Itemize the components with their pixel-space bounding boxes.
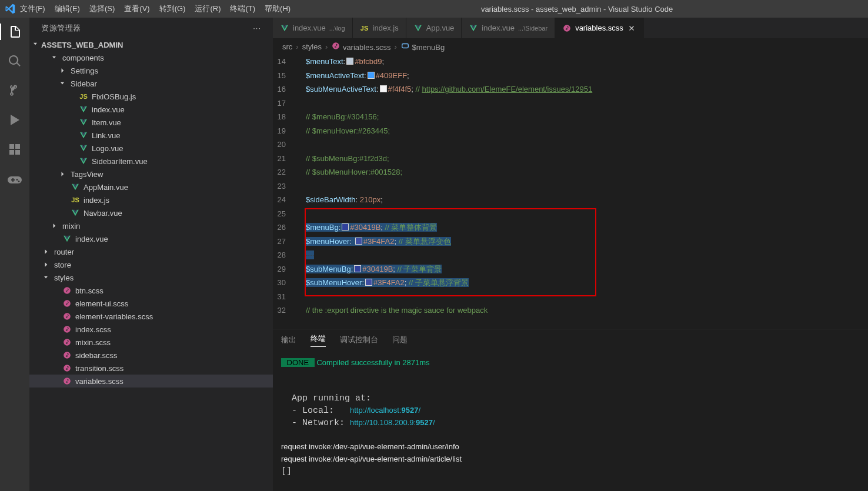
source-control-icon[interactable] xyxy=(0,82,29,99)
tree-file[interactable]: sidebar.scss xyxy=(29,349,273,362)
chevron-down-icon xyxy=(32,41,39,49)
tree-file[interactable]: element-ui.scss xyxy=(29,297,273,310)
editor-tab[interactable]: index.vue...\log xyxy=(273,18,353,38)
menu-item[interactable]: 转到(G) xyxy=(159,4,186,14)
tree-item-label: sidebar.scss xyxy=(75,351,118,360)
panel-tab[interactable]: 输出 xyxy=(281,335,296,345)
chevron-icon xyxy=(49,221,59,231)
file-tree: componentsSettingsSidebarJSFixiOSBug.jsi… xyxy=(29,51,273,491)
tree-item-label: styles xyxy=(54,273,74,282)
breadcrumb-item[interactable]: variables.scss xyxy=(331,41,390,52)
tree-file[interactable]: index.scss xyxy=(29,323,273,336)
menu-item[interactable]: 文件(F) xyxy=(20,4,45,14)
tree-file[interactable]: JSindex.js xyxy=(29,193,273,206)
editor-tab[interactable]: variables.scss xyxy=(555,18,644,38)
chevron-icon xyxy=(41,260,51,269)
tree-folder[interactable]: mixin xyxy=(29,219,273,232)
code-editor[interactable]: 14151617181920212223242526272829303132 $… xyxy=(273,55,868,329)
tree-file[interactable]: mixin.scss xyxy=(29,336,273,349)
tree-item-label: AppMain.vue xyxy=(84,183,128,192)
close-icon[interactable] xyxy=(627,24,636,33)
breadcrumb-item[interactable]: src xyxy=(282,42,292,51)
chevron-icon xyxy=(58,66,67,75)
sidebar-title: 资源管理器 ··· xyxy=(29,18,273,38)
tree-file[interactable]: element-variables.scss xyxy=(29,310,273,323)
tab-label: App.vue xyxy=(426,24,455,32)
panel-tab[interactable]: 问题 xyxy=(392,335,408,345)
tree-file[interactable]: Navbar.vue xyxy=(29,206,273,219)
tree-item-label: index.js xyxy=(84,196,109,205)
chevron-icon xyxy=(58,79,67,88)
breadcrumb-item[interactable]: $menuBg xyxy=(400,41,445,52)
tree-file[interactable]: index.vue xyxy=(29,103,273,116)
tree-item-label: transition.scss xyxy=(75,364,123,373)
tree-file[interactable]: btn.scss xyxy=(29,284,273,297)
menu-item[interactable]: 查看(V) xyxy=(124,4,149,14)
tree-file[interactable]: Item.vue xyxy=(29,116,273,129)
breadcrumb[interactable]: src›styles› variables.scss› $menuBg xyxy=(273,38,868,55)
tree-item-label: Settings xyxy=(71,66,98,75)
menu-item[interactable]: 帮助(H) xyxy=(265,4,291,14)
tree-item-label: mixin.scss xyxy=(75,338,111,347)
editor-tab[interactable]: JSindex.js xyxy=(353,18,406,38)
tree-item-label: Logo.vue xyxy=(92,144,123,153)
chevron-icon xyxy=(58,169,67,179)
tree-item-label: element-ui.scss xyxy=(75,299,128,308)
editor-tab[interactable]: index.vue...\Sidebar xyxy=(462,18,555,38)
search-icon[interactable] xyxy=(0,53,29,69)
editor-tab[interactable]: App.vue xyxy=(406,18,462,38)
run-debug-icon[interactable] xyxy=(0,112,29,128)
tree-file[interactable]: variables.scss xyxy=(29,375,273,388)
tree-folder[interactable]: components xyxy=(29,51,273,64)
extensions-icon[interactable] xyxy=(0,141,29,158)
explorer-sidebar: 资源管理器 ··· ASSETS_WEB_ADMIN componentsSet… xyxy=(29,18,273,491)
tree-item-label: TagsView xyxy=(71,170,103,179)
tree-folder[interactable]: store xyxy=(29,258,273,271)
tree-folder[interactable]: Settings xyxy=(29,64,273,77)
tree-folder[interactable]: TagsView xyxy=(29,168,273,181)
menu-item[interactable]: 运行(R) xyxy=(195,4,221,14)
tree-file[interactable]: JSFixiOSBug.js xyxy=(29,90,273,103)
svg-rect-0 xyxy=(402,44,409,48)
tree-item-label: element-variables.scss xyxy=(75,312,153,321)
tree-folder[interactable]: styles xyxy=(29,271,273,284)
terminal-output[interactable]: DONE Compiled successfully in 2871ms App… xyxy=(273,350,868,491)
titlebar: 文件(F)编辑(E)选择(S)查看(V)转到(G)运行(R)终端(T)帮助(H)… xyxy=(0,0,868,18)
menu-item[interactable]: 选择(S) xyxy=(89,4,115,14)
tree-file[interactable]: Link.vue xyxy=(29,129,273,142)
tree-file[interactable]: SidebarItem.vue xyxy=(29,155,273,168)
chevron-icon xyxy=(49,53,59,62)
explorer-icon[interactable] xyxy=(0,24,29,40)
tree-item-label: variables.scss xyxy=(75,377,123,386)
tree-item-label: Navbar.vue xyxy=(84,209,122,218)
menu-item[interactable]: 终端(T) xyxy=(230,4,255,14)
tab-sublabel: ...\Sidebar xyxy=(518,25,547,32)
tree-file[interactable]: AppMain.vue xyxy=(29,181,273,193)
tree-item-label: Sidebar xyxy=(71,79,97,88)
code-pane[interactable]: $menuText:#bfcbd9;$menuActiveText:#409EF… xyxy=(306,55,868,329)
game-icon[interactable] xyxy=(0,171,29,187)
more-icon[interactable]: ··· xyxy=(253,24,261,32)
sidebar-section-header[interactable]: ASSETS_WEB_ADMIN xyxy=(29,38,273,51)
tree-item-label: store xyxy=(54,260,71,269)
tree-item-label: btn.scss xyxy=(75,286,104,295)
tree-file[interactable]: Logo.vue xyxy=(29,142,273,155)
tree-file[interactable]: transition.scss xyxy=(29,362,273,375)
tree-folder[interactable]: Sidebar xyxy=(29,77,273,90)
tab-label: index.vue xyxy=(293,24,326,32)
tree-folder[interactable]: router xyxy=(29,245,273,258)
panel-tabs: 输出终端调试控制台问题 xyxy=(273,330,868,350)
editor-area: index.vue...\logJSindex.jsApp.vueindex.v… xyxy=(273,18,868,491)
chevron-icon xyxy=(41,273,51,282)
panel-tab[interactable]: 调试控制台 xyxy=(340,335,378,345)
tab-label: variables.scss xyxy=(575,24,623,32)
window-title: variables.scss - assets_web_admin - Visu… xyxy=(291,5,863,14)
menu-item[interactable]: 编辑(E) xyxy=(55,4,80,14)
panel-tab[interactable]: 终端 xyxy=(311,333,326,347)
tree-item-label: index.vue xyxy=(92,105,125,114)
chevron-icon xyxy=(41,247,51,256)
tab-label: index.vue xyxy=(482,24,515,32)
vscode-logo-icon xyxy=(5,4,15,14)
breadcrumb-item[interactable]: styles xyxy=(302,42,322,51)
tree-file[interactable]: index.vue xyxy=(29,232,273,245)
